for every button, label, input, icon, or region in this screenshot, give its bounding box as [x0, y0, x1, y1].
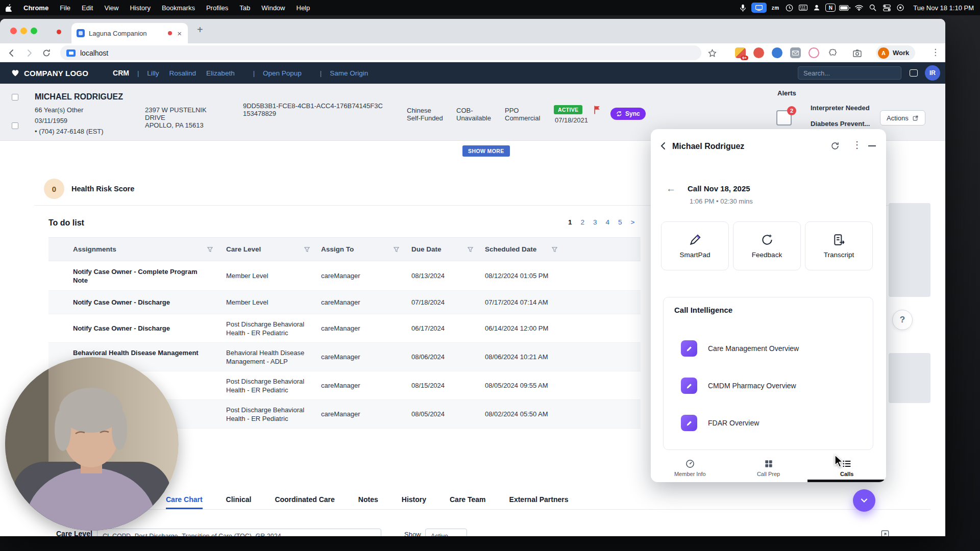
reload-icon[interactable]: [40, 46, 53, 60]
tab-close-icon[interactable]: ×: [176, 29, 183, 38]
menubar-item-window[interactable]: Window: [256, 4, 290, 12]
banner-checkbox-2[interactable]: [12, 122, 18, 129]
browser-menu-kebab-icon[interactable]: ⋮: [931, 47, 940, 58]
window-minimize-button[interactable]: [20, 28, 27, 34]
nav-link-same-origin[interactable]: Same Origin: [330, 69, 368, 77]
keyboard-icon[interactable]: [798, 3, 808, 12]
bookmark-star-icon[interactable]: [705, 46, 719, 60]
page-3[interactable]: 3: [593, 218, 597, 226]
table-row[interactable]: Behavioral Health Disease Management - M…: [48, 343, 641, 371]
panel-back-icon[interactable]: [659, 141, 668, 151]
notion-icon[interactable]: N: [825, 4, 836, 12]
menubar-item-tab[interactable]: Tab: [234, 4, 256, 12]
extension-icon-3[interactable]: [772, 47, 782, 58]
minimize-icon[interactable]: [868, 145, 876, 146]
call-back-arrow-icon[interactable]: ←: [666, 183, 676, 194]
page-1[interactable]: 1: [568, 218, 572, 226]
menubar-item-bookmarks[interactable]: Bookmarks: [156, 4, 201, 12]
extensions-puzzle-icon[interactable]: [826, 46, 839, 60]
window-zoom-button[interactable]: [31, 28, 37, 34]
menubar-item-profiles[interactable]: Profiles: [201, 4, 234, 12]
nav-link-rosalind[interactable]: Rosalind: [169, 69, 197, 77]
filter-icon[interactable]: [304, 247, 310, 253]
banner-checkbox-1[interactable]: [12, 94, 18, 101]
page-4[interactable]: 4: [606, 218, 610, 226]
care-level-select[interactable]: CL COPD- Post Discharge -Transition of C…: [97, 529, 381, 536]
kebab-menu-icon[interactable]: ⋮: [852, 139, 862, 151]
menubar-item-view[interactable]: View: [99, 4, 124, 12]
sync-button[interactable]: Sync: [610, 108, 646, 120]
expand-icon[interactable]: [881, 530, 889, 536]
tab-clinical[interactable]: Clinical: [226, 495, 252, 509]
apple-menu-icon[interactable]: [0, 4, 18, 12]
wifi-icon[interactable]: [854, 3, 864, 12]
list-item-care-management[interactable]: Care Management Overview: [681, 340, 799, 357]
column-header-care-level[interactable]: Care Level: [222, 238, 319, 261]
tab-coordinated-care[interactable]: Coordinated Care: [275, 495, 334, 509]
search-input[interactable]: [798, 66, 901, 80]
menubar-item-file[interactable]: File: [54, 4, 76, 12]
page-2[interactable]: 2: [581, 218, 585, 226]
nav-calls[interactable]: Calls: [807, 453, 886, 482]
transcript-card[interactable]: Transcript: [805, 221, 873, 270]
clock-timer-icon[interactable]: [784, 3, 794, 12]
siri-icon[interactable]: [895, 3, 905, 12]
spotlight-search-icon[interactable]: [868, 3, 878, 12]
browser-profile-chip[interactable]: A Work: [876, 45, 915, 60]
table-row[interactable]: Notify Case Owner - Complete Program Not…: [48, 261, 641, 291]
page-5[interactable]: 5: [618, 218, 622, 226]
address-bar[interactable]: localhost: [60, 45, 701, 60]
tab-care-chart[interactable]: Care Chart: [166, 495, 203, 509]
filter-icon[interactable]: [552, 247, 557, 253]
menubar-item-edit[interactable]: Edit: [76, 4, 99, 12]
refresh-icon[interactable]: [830, 141, 840, 151]
column-header-due-date[interactable]: Due Date: [408, 238, 482, 261]
screenshot-tool-icon[interactable]: [850, 46, 864, 60]
list-item-cmdm-pharmacy[interactable]: CMDM Pharmacy Overview: [681, 378, 796, 394]
table-row[interactable]: Notify Case Owner - Discharge Member Lev…: [48, 291, 641, 314]
webcam-video-overlay[interactable]: [5, 357, 179, 531]
tab-notes[interactable]: Notes: [358, 495, 378, 509]
new-tab-button[interactable]: +: [197, 24, 203, 36]
list-item-fdar[interactable]: FDAR Overview: [681, 415, 759, 431]
company-logo[interactable]: COMPANY LOGO: [11, 69, 88, 78]
window-popout-icon[interactable]: [910, 69, 918, 77]
menubar-item-chrome[interactable]: Chrome: [18, 4, 54, 12]
filter-icon[interactable]: [207, 247, 213, 253]
tab-care-team[interactable]: Care Team: [450, 495, 486, 509]
column-header-assign-to[interactable]: Assign To: [319, 238, 408, 261]
nav-call-prep[interactable]: Call Prep: [729, 453, 808, 482]
nav-link-open-popup[interactable]: Open Popup: [263, 69, 302, 77]
extension-icon-4[interactable]: [808, 47, 819, 58]
battery-icon[interactable]: [839, 3, 850, 12]
menubar-item-help[interactable]: Help: [291, 4, 316, 12]
user-status-icon[interactable]: [812, 3, 822, 12]
control-center-icon[interactable]: [881, 3, 892, 12]
window-close-button[interactable]: [10, 28, 17, 34]
show-more-button[interactable]: SHOW MORE: [462, 145, 510, 157]
tab-external-partners[interactable]: External Partners: [509, 495, 569, 509]
menubar-item-history[interactable]: History: [124, 4, 156, 12]
browser-tab[interactable]: Laguna Companion ×: [71, 23, 188, 43]
mail-extension-icon[interactable]: [790, 47, 801, 58]
extension-icon-2[interactable]: [753, 47, 764, 58]
show-filter-select[interactable]: Active: [425, 529, 467, 536]
tab-history[interactable]: History: [402, 495, 426, 509]
actions-button[interactable]: Actions: [880, 110, 925, 126]
page-next[interactable]: >: [631, 218, 635, 226]
filter-icon[interactable]: [468, 247, 473, 253]
help-button[interactable]: ?: [892, 310, 913, 330]
column-header-assignments[interactable]: Assignments: [71, 238, 222, 261]
filter-icon[interactable]: [394, 247, 399, 253]
forward-icon[interactable]: [22, 46, 36, 60]
zoom-icon[interactable]: zm: [770, 3, 780, 12]
flag-icon[interactable]: [593, 105, 601, 115]
feedback-card[interactable]: Feedback: [733, 221, 801, 270]
table-row[interactable]: Notify Case Owner - Discharge Post Disch…: [48, 314, 641, 343]
nav-link-lilly[interactable]: Lilly: [147, 69, 159, 77]
nav-member-info[interactable]: Member Info: [651, 453, 729, 482]
menubar-clock[interactable]: Tue Nov 18 1:10 PM: [909, 4, 974, 12]
nav-link-elizabeth[interactable]: Elizabeth: [206, 69, 235, 77]
extension-icon-1[interactable]: 9+: [735, 47, 746, 58]
user-avatar[interactable]: IR: [925, 65, 940, 81]
